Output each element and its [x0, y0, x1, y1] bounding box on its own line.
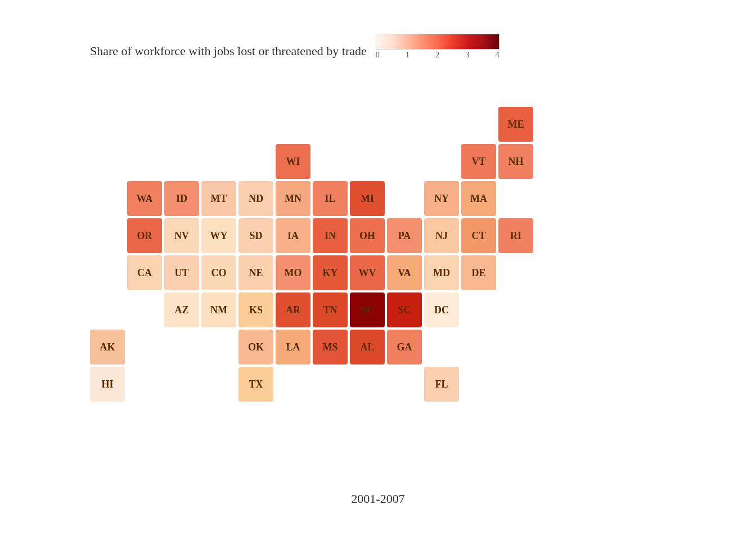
state-de: DE	[461, 255, 496, 290]
map-row-1: WIVTNH	[90, 144, 533, 179]
legend-scale: 0 1 2 3 4	[376, 34, 500, 60]
empty-cell-7-3	[201, 367, 236, 402]
state-wi: WI	[276, 144, 310, 179]
empty-cell-1-7	[350, 144, 385, 179]
empty-cell-7-10	[461, 367, 496, 402]
map-row-3: ORNVWYSDIAINOHPANJCTRI	[90, 218, 533, 253]
empty-cell-0-6	[313, 107, 348, 142]
legend-tick-0: 0	[376, 51, 380, 60]
empty-cell-0-2	[164, 107, 199, 142]
empty-cell-5-1	[127, 292, 162, 327]
empty-cell-5-11	[498, 292, 533, 327]
state-az: AZ	[164, 292, 199, 327]
empty-cell-6-1	[127, 330, 162, 364]
state-ga: GA	[387, 330, 422, 364]
state-in: IN	[313, 218, 348, 253]
state-ak: AK	[90, 330, 125, 364]
legend-tick-4: 4	[496, 51, 500, 60]
empty-cell-7-7	[350, 367, 385, 402]
empty-cell-0-3	[201, 107, 236, 142]
state-co: CO	[201, 255, 236, 290]
state-ut: UT	[164, 255, 199, 290]
state-nh: NH	[498, 144, 533, 179]
empty-cell-0-7	[350, 107, 385, 142]
state-nj: NJ	[424, 218, 459, 253]
state-sc: SC	[387, 292, 422, 327]
state-pa: PA	[387, 218, 422, 253]
state-ri: RI	[498, 218, 533, 253]
state-wv: WV	[350, 255, 385, 290]
empty-cell-7-5	[276, 367, 310, 402]
empty-cell-0-9	[424, 107, 459, 142]
map-row-6: AKOKLAMSALGA	[90, 330, 533, 364]
empty-cell-1-1	[127, 144, 162, 179]
empty-cell-6-10	[461, 330, 496, 364]
state-il: IL	[313, 181, 348, 216]
legend-tick-1: 1	[406, 51, 410, 60]
empty-cell-1-0	[90, 144, 125, 179]
state-nd: ND	[238, 181, 273, 216]
state-nc: NC	[350, 292, 385, 327]
empty-cell-5-10	[461, 292, 496, 327]
state-ky: KY	[313, 255, 348, 290]
empty-cell-4-0	[90, 255, 125, 290]
legend-title: Share of workforce with jobs lost or thr…	[90, 43, 367, 60]
empty-cell-0-10	[461, 107, 496, 142]
empty-cell-1-3	[201, 144, 236, 179]
empty-cell-4-11	[498, 255, 533, 290]
empty-cell-1-2	[164, 144, 199, 179]
state-ne: NE	[238, 255, 273, 290]
state-ca: CA	[127, 255, 162, 290]
map-row-5: AZNMKSARTNNCSCDC	[90, 292, 533, 327]
legend-gradient	[376, 34, 500, 50]
state-mo: MO	[276, 255, 310, 290]
state-mt: MT	[201, 181, 236, 216]
empty-cell-7-1	[127, 367, 162, 402]
state-wa: WA	[127, 181, 162, 216]
state-md: MD	[424, 255, 459, 290]
chart-container: Share of workforce with jobs lost or thr…	[0, 0, 756, 540]
empty-cell-1-9	[424, 144, 459, 179]
state-fl: FL	[424, 367, 459, 402]
legend-ticks: 0 1 2 3 4	[376, 51, 500, 60]
state-mi: MI	[350, 181, 385, 216]
empty-cell-1-8	[387, 144, 422, 179]
state-wy: WY	[201, 218, 236, 253]
empty-cell-7-8	[387, 367, 422, 402]
state-vt: VT	[461, 144, 496, 179]
state-ma: MA	[461, 181, 496, 216]
empty-cell-0-8	[387, 107, 422, 142]
footer-year: 2001-2007	[351, 492, 404, 506]
state-la: LA	[276, 330, 310, 364]
state-va: VA	[387, 255, 422, 290]
map-row-7: HITXFL	[90, 367, 533, 402]
state-nm: NM	[201, 292, 236, 327]
legend-area: Share of workforce with jobs lost or thr…	[90, 34, 500, 60]
state-hi: HI	[90, 367, 125, 402]
legend-tick-2: 2	[435, 51, 439, 60]
state-ks: KS	[238, 292, 273, 327]
empty-cell-0-4	[238, 107, 273, 142]
map-grid: MEWIVTNHWAIDMTNDMNILMINYMAORNVWYSDIAINOH…	[90, 107, 533, 404]
empty-cell-3-0	[90, 218, 125, 253]
empty-cell-6-9	[424, 330, 459, 364]
empty-cell-0-0	[90, 107, 125, 142]
empty-cell-1-6	[313, 144, 348, 179]
empty-cell-2-8	[387, 181, 422, 216]
state-tx: TX	[238, 367, 273, 402]
map-row-2: WAIDMTNDMNILMINYMA	[90, 181, 533, 216]
map-row-0: ME	[90, 107, 533, 142]
empty-cell-0-5	[276, 107, 310, 142]
state-ms: MS	[313, 330, 348, 364]
empty-cell-2-0	[90, 181, 125, 216]
state-ok: OK	[238, 330, 273, 364]
state-al: AL	[350, 330, 385, 364]
empty-cell-5-0	[90, 292, 125, 327]
empty-cell-0-1	[127, 107, 162, 142]
state-ny: NY	[424, 181, 459, 216]
state-tn: TN	[313, 292, 348, 327]
state-nv: NV	[164, 218, 199, 253]
empty-cell-7-2	[164, 367, 199, 402]
empty-cell-1-4	[238, 144, 273, 179]
empty-cell-7-11	[498, 367, 533, 402]
